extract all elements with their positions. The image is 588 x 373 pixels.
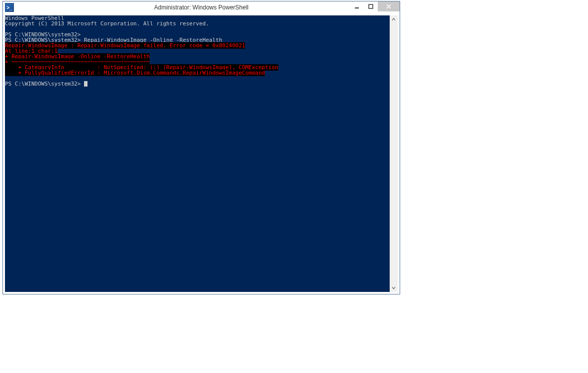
window-title: Administrator: Windows PowerShell (3, 4, 400, 11)
powershell-icon-glyph: >_ (6, 5, 12, 10)
chevron-up-icon (392, 17, 396, 21)
minimize-icon (354, 4, 359, 9)
powershell-window: >_ Administrator: Windows PowerShell Win… (2, 1, 400, 294)
scrollbar[interactable] (390, 15, 398, 292)
error-text: + FullyQualifiedErrorId : Microsoft.Dism… (5, 70, 265, 76)
cursor (84, 81, 87, 87)
console[interactable]: Windows PowerShellCopyright (C) 2013 Mic… (5, 15, 398, 292)
scroll-down-button[interactable] (390, 284, 398, 292)
titlebar[interactable]: >_ Administrator: Windows PowerShell (3, 1, 400, 13)
console-line: Copyright (C) 2013 Microsoft Corporation… (5, 21, 398, 26)
svg-rect-0 (355, 7, 359, 8)
svg-rect-1 (369, 4, 373, 8)
scroll-up-button[interactable] (390, 15, 398, 23)
command-text (81, 81, 84, 87)
console-line: + FullyQualifiedErrorId : Microsoft.Dism… (5, 70, 398, 76)
maximize-button[interactable] (364, 1, 378, 11)
prompt: PS C:\WINDOWS\system32> (5, 81, 81, 87)
close-icon (386, 4, 391, 9)
console-line: Repair-WindowsImage : Repair-WindowsImag… (5, 43, 398, 48)
console-frame: Windows PowerShellCopyright (C) 2013 Mic… (3, 13, 400, 294)
window-controls (350, 1, 400, 13)
maximize-icon (368, 4, 373, 9)
console-line: PS C:\WINDOWS\system32> (5, 81, 398, 87)
powershell-icon: >_ (5, 3, 14, 12)
close-button[interactable] (378, 1, 400, 11)
chevron-down-icon (392, 286, 396, 290)
minimize-button[interactable] (350, 1, 364, 11)
console-content[interactable]: Windows PowerShellCopyright (C) 2013 Mic… (5, 15, 398, 87)
